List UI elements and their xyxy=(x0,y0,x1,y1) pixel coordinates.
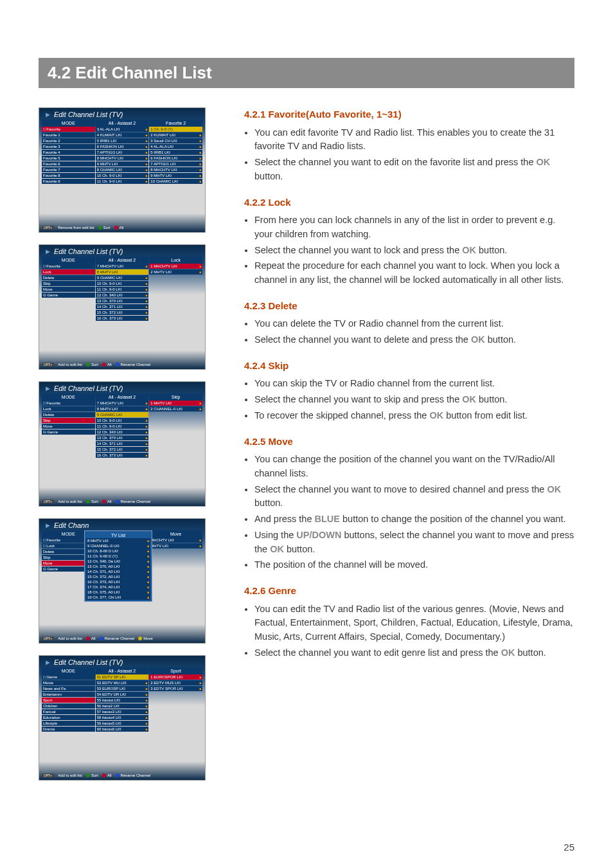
channel-item[interactable]: 55 itacast LKI■ xyxy=(96,698,149,703)
mode-item[interactable]: Favorite 1 xyxy=(42,132,95,138)
channel-item[interactable]: 16 Ch. 373, A0 LKI■ xyxy=(86,579,150,584)
list-item[interactable]: MHCHTV LKI■ xyxy=(149,538,202,543)
mode-item[interactable]: Lock xyxy=(42,406,95,411)
list-item[interactable]: 9 MHTV LKI■ xyxy=(149,173,202,178)
mode-item[interactable]: □ Favorite xyxy=(42,401,95,406)
mode-item[interactable]: Favorite 2 xyxy=(42,138,95,143)
channel-item[interactable]: 10 Ch. 9-0 LKI■ xyxy=(96,173,149,178)
channel-item[interactable]: 13 Ch. 370 LKI■ xyxy=(96,435,149,440)
channel-item[interactable]: 11 Ch. 9-0 LKI■ xyxy=(96,424,149,429)
channel-item[interactable]: 59 itacas5 LKI■ xyxy=(96,721,149,726)
channel-item[interactable]: 14 Ch. 371 LKI■ xyxy=(96,441,149,446)
channel-item[interactable]: 12 Ch. 340, De LKI■ xyxy=(86,559,150,564)
channel-item[interactable]: 4 KUWAIT LKI■ xyxy=(96,132,149,138)
channel-item[interactable]: 58 itacas4 LKI■ xyxy=(96,715,149,720)
mode-item[interactable]: Education xyxy=(42,715,95,720)
mode-item[interactable]: G Genre xyxy=(42,429,95,435)
channel-item[interactable]: 9 CHAMIC LKI■ xyxy=(96,275,149,280)
mode-item[interactable]: Skip xyxy=(42,281,95,286)
mode-item[interactable]: □ Favorite xyxy=(42,264,95,269)
channel-item[interactable]: 8 MHTV LKI■ xyxy=(86,538,150,543)
list-item[interactable]: 3 EDTV SPOR LKI■ xyxy=(149,686,202,691)
list-item[interactable]: 3 Saudi CH LKI■ xyxy=(149,138,202,143)
mode-item[interactable]: News and Fa xyxy=(42,686,95,691)
channel-item[interactable]: 14 Ch. 371 LKI■ xyxy=(96,304,149,309)
list-item[interactable]: 6 FASHION LKI■ xyxy=(149,156,202,161)
channel-item[interactable]: 15 Ch. 372 LKI■ xyxy=(96,447,149,452)
list-item[interactable]: 7 APTN1G LKI■ xyxy=(149,161,202,167)
list-item[interactable]: 1 MHCHTV LKI■ xyxy=(149,264,202,269)
list-item[interactable]: 10 CHAMIC LKI■ xyxy=(149,179,202,184)
mode-item[interactable]: Favorite 6 xyxy=(42,161,95,167)
mode-item[interactable]: Lock xyxy=(42,269,95,275)
channel-item[interactable]: 16 Ch. 373 LKI■ xyxy=(96,316,149,321)
channel-item[interactable]: 18 Ch. 375, A0 LKI■ xyxy=(86,590,150,595)
channel-item[interactable]: 7 APTN1G LKI■ xyxy=(96,150,149,155)
mode-item[interactable]: Movie xyxy=(42,680,95,685)
mode-item[interactable]: Sport xyxy=(42,698,95,703)
channel-item[interactable]: 15 Ch. 372 LKI■ xyxy=(96,310,149,315)
channel-item[interactable]: 11 Ch. 9-00 D (Y)■ xyxy=(86,554,150,559)
list-item[interactable]: 8 MHCHTV LKI■ xyxy=(149,167,202,172)
mode-item[interactable]: Favorite 3 xyxy=(42,144,95,149)
mode-item[interactable]: Drama xyxy=(42,727,95,732)
channel-item[interactable]: 3 AL-ALA LKI■ xyxy=(96,127,149,132)
channel-item[interactable]: 11 Ch. 9-0 LKI■ xyxy=(96,179,149,184)
mode-item[interactable]: Move xyxy=(42,424,95,429)
channel-item[interactable]: 13 Ch. 370, A0 LKI■ xyxy=(86,564,150,569)
channel-item[interactable]: 9 CHAMIC LKI■ xyxy=(96,412,149,417)
mode-item[interactable]: G Genre xyxy=(42,293,95,298)
channel-item[interactable]: 19 Ch. 377, Chi LKI■ xyxy=(86,595,150,600)
channel-item[interactable]: 8 MHTV LKI■ xyxy=(96,269,149,275)
list-item[interactable]: 4 AL-ALA LKI■ xyxy=(149,144,202,149)
channel-item[interactable]: 57 itacas3 LKI■ xyxy=(96,709,149,714)
channel-item[interactable]: 17 Ch. 374, A0 LKI■ xyxy=(86,584,150,590)
channel-item[interactable]: 8 MHTV LKI■ xyxy=(96,406,149,411)
list-item[interactable]: 2 KUWAIT LKI■ xyxy=(149,132,202,138)
channel-item[interactable]: 51 EDTV SP LKI■ xyxy=(96,674,149,680)
channel-item[interactable]: 53 EUROSP LKI■ xyxy=(96,686,149,691)
mode-item[interactable]: Factual xyxy=(42,709,95,714)
mode-item[interactable]: Delete xyxy=(42,412,95,417)
channel-item[interactable]: 54 EDTV DR LKI■ xyxy=(96,692,149,697)
mode-item[interactable]: Children xyxy=(42,703,95,709)
list-item[interactable]: 5 IRIB1 LKI■ xyxy=(149,150,202,155)
list-item[interactable]: 2 CHANNEL-0 LKI■ xyxy=(149,406,202,411)
channel-item[interactable]: 12 Ch. 340 LKI■ xyxy=(96,429,149,435)
channel-item[interactable]: 7 MHCHTV LKI■ xyxy=(96,401,149,406)
list-item[interactable]: 1 EUROSPOR LKI■ xyxy=(149,674,202,680)
mode-item[interactable]: Entertainm xyxy=(42,692,95,697)
mode-item[interactable]: □ Genre xyxy=(42,674,95,680)
channel-item[interactable]: 16 Ch. 373 LKI■ xyxy=(96,453,149,458)
channel-item[interactable]: 6 FASHION LKI■ xyxy=(96,144,149,149)
list-item[interactable]: 1 Ch. 9-0 (Y)■ xyxy=(149,127,202,132)
channel-item[interactable]: 9 CHANNEL-0 LKI■ xyxy=(86,543,150,548)
channel-item[interactable]: 60 itacas6 LKI■ xyxy=(96,727,149,732)
list-item[interactable]: MHTV LKI■ xyxy=(149,543,202,548)
channel-item[interactable]: 10 Ch. 9-0 LKI■ xyxy=(96,418,149,423)
channel-item[interactable]: 7 MHCHTV LKI■ xyxy=(96,264,149,269)
mode-item[interactable]: Skip xyxy=(42,418,95,423)
channel-item[interactable]: 12 Ch. 340 LKI■ xyxy=(96,293,149,298)
mode-item[interactable]: Favorite 4 xyxy=(42,150,95,155)
channel-item[interactable]: 14 Ch. 371, A0 LKI■ xyxy=(86,569,150,574)
mode-item[interactable]: Favorite 5 xyxy=(42,156,95,161)
channel-item[interactable]: 8 CHAMIC LKI■ xyxy=(96,167,149,172)
channel-item[interactable]: 5 IRIB1 LKI■ xyxy=(96,138,149,143)
list-item[interactable]: 1 MHTV LKI■ xyxy=(149,401,202,406)
mode-item[interactable]: Favorite 9 xyxy=(42,179,95,184)
mode-item[interactable]: Delete xyxy=(42,275,95,280)
channel-item[interactable]: 10 Ch. 9-0 LKI■ xyxy=(96,281,149,286)
channel-item[interactable]: 9 MHTV LKI■ xyxy=(96,161,149,167)
mode-item[interactable]: □ Favorite xyxy=(42,127,95,132)
channel-item[interactable]: 10 Ch. 8-00 D LKI■ xyxy=(86,548,150,554)
channel-item[interactable]: 15 Ch. 372, A0 LKI■ xyxy=(86,574,150,579)
list-item[interactable]: 2 MHTV LKI■ xyxy=(149,269,202,275)
list-item[interactable]: 2 EDTV MUS LKI■ xyxy=(149,680,202,685)
mode-item[interactable]: Favorite 7 xyxy=(42,167,95,172)
channel-item[interactable]: 11 Ch. 9-0 LKI■ xyxy=(96,287,149,292)
mode-item[interactable]: Favorite 8 xyxy=(42,173,95,178)
channel-item[interactable]: 13 Ch. 370 LKI■ xyxy=(96,298,149,303)
channel-item[interactable]: 56 itaca2 LKI■ xyxy=(96,703,149,709)
mode-item[interactable]: Lifestyle xyxy=(42,721,95,726)
